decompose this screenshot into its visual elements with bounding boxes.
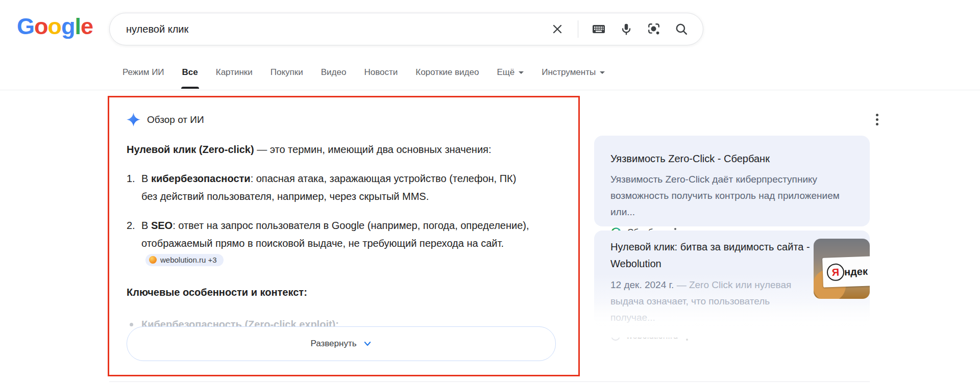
result-snippet: Уязвимость Zero-Click даёт киберпреступн… <box>610 171 853 220</box>
results-tab-bar: Режим ИИ Все Картинки Покупки Видео Ново… <box>122 67 605 89</box>
result-thumbnail[interactable]: Я ндек <box>814 239 870 299</box>
google-lens-icon[interactable] <box>647 22 661 36</box>
search-divider <box>578 20 578 38</box>
list-item: 1. В кибербезопасности: опасная атака, з… <box>127 170 556 206</box>
tab-short-videos[interactable]: Короткие видео <box>415 67 479 89</box>
webolution-icon <box>610 331 621 341</box>
search-icon[interactable] <box>674 22 689 36</box>
ai-overview-label: Обзор от ИИ <box>147 114 204 125</box>
chevron-down-icon <box>600 71 605 76</box>
tab-tools[interactable]: Инструменты <box>542 67 605 89</box>
chevron-down-icon <box>363 339 372 348</box>
tab-shopping[interactable]: Покупки <box>271 67 303 89</box>
expand-button[interactable]: Развернуть <box>127 326 556 361</box>
tab-images[interactable]: Картинки <box>216 67 253 89</box>
ai-sparkle-icon <box>127 113 140 126</box>
tab-videos[interactable]: Видео <box>321 67 347 89</box>
source-name[interactable]: webolution.ru <box>626 331 678 341</box>
ai-subheading: Ключевые особенности и контекст: <box>127 287 556 298</box>
result-snippet: 12 дек. 2024 г. — Zero Click или нулевая… <box>610 277 811 326</box>
keyboard-icon[interactable] <box>592 22 606 36</box>
source-chip[interactable]: webolution.ru +3 <box>145 254 224 266</box>
source-row: webolution.ru <box>610 331 853 341</box>
sidebar-card-webolution[interactable]: Нулевой клик: битва за видимость сайта -… <box>594 231 870 326</box>
tab-all[interactable]: Все <box>182 67 198 89</box>
search-input[interactable] <box>125 23 550 36</box>
sidebar-card-sberbank[interactable]: Уязвимость Zero-Click - Сбербанк Уязвимо… <box>594 136 870 226</box>
tab-ai-mode[interactable]: Режим ИИ <box>122 67 164 89</box>
ai-overview-header: Обзор от ИИ <box>127 113 556 126</box>
search-bar[interactable] <box>109 13 703 45</box>
result-menu-icon[interactable] <box>686 331 688 341</box>
header-divider <box>0 90 980 90</box>
tab-more[interactable]: Ещё <box>497 67 524 89</box>
yandex-sign: Я ндек <box>822 256 870 287</box>
webolution-favicon <box>149 256 157 264</box>
result-date: 12 дек. 2024 г. <box>610 279 674 290</box>
voice-search-icon[interactable] <box>619 22 633 36</box>
ai-overview-highlight-box: Обзор от ИИ Нулевой клик (Zero-click) — … <box>108 96 580 376</box>
clear-search-icon[interactable] <box>550 22 565 36</box>
result-title[interactable]: Уязвимость Zero-Click - Сбербанк <box>610 151 853 166</box>
tab-news[interactable]: Новости <box>364 67 398 89</box>
ai-intro-paragraph: Нулевой клик (Zero-click) — это термин, … <box>127 141 550 159</box>
result-title[interactable]: Нулевой клик: битва за видимость сайта -… <box>610 239 811 272</box>
ai-numbered-list: 1. В кибербезопасности: опасная атака, з… <box>127 170 556 270</box>
chevron-down-icon <box>519 71 524 76</box>
list-item: 2. В SEO: ответ на запрос пользователя в… <box>127 217 556 270</box>
google-logo[interactable]: Google <box>17 13 93 40</box>
bullet-dot <box>130 323 133 326</box>
sidebar-menu-icon[interactable] <box>872 111 882 127</box>
results-divider <box>109 381 870 382</box>
